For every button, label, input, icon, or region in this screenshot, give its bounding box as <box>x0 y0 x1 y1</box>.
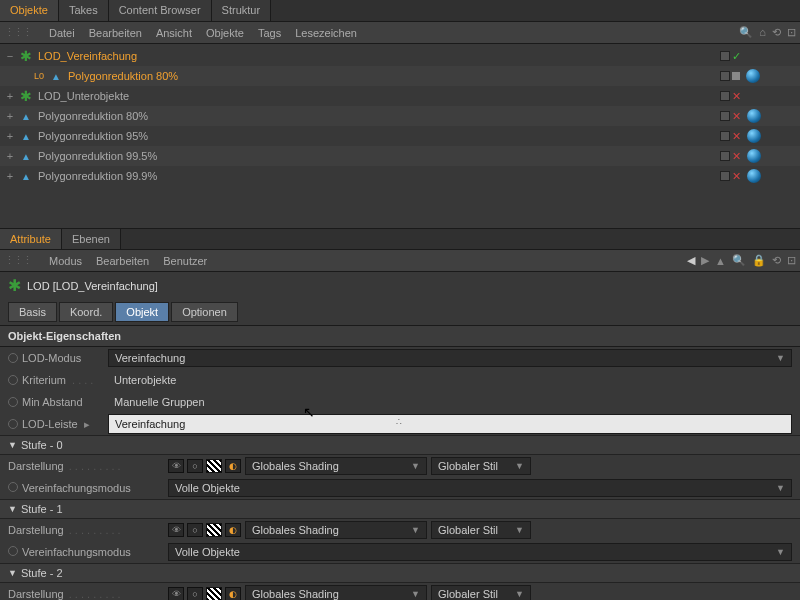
menu-ansicht[interactable]: Ansicht <box>156 27 192 39</box>
tree-row[interactable]: +▲Polygonreduktion 99.9%✕ <box>0 166 800 186</box>
material-tag-icon[interactable] <box>747 109 761 123</box>
object-name[interactable]: Polygonreduktion 80% <box>66 70 720 82</box>
shading-dropdown[interactable]: Globales Shading▼ <box>245 457 427 475</box>
eye-icon[interactable]: 👁 <box>168 459 184 473</box>
stufe-header[interactable]: ▼Stufe - 0 <box>0 435 800 455</box>
radio-icon[interactable] <box>8 353 18 363</box>
tree-row[interactable]: −✱LOD_Vereinfachung✓ <box>0 46 800 66</box>
sub-tab-koord[interactable]: Koord. <box>59 302 113 322</box>
drag-handle-icon[interactable]: ∴ <box>396 417 402 427</box>
menu-tags[interactable]: Tags <box>258 27 281 39</box>
nav-back-icon[interactable]: ◀ <box>687 254 695 267</box>
maximize-icon[interactable]: ⊡ <box>787 254 796 267</box>
grip-icon[interactable]: ⋮⋮⋮ <box>4 26 31 39</box>
top-tab-takes[interactable]: Takes <box>59 0 109 21</box>
visibility-tag-icon[interactable] <box>720 91 730 101</box>
menu-modus[interactable]: Modus <box>49 255 82 267</box>
visibility-tag-icon[interactable] <box>720 111 730 121</box>
sync-icon[interactable]: ⟲ <box>772 26 781 39</box>
vereinfachungsmodus-dropdown[interactable]: Volle Objekte▼ <box>168 543 792 561</box>
tree-row[interactable]: +▲Polygonreduktion 99.5%✕ <box>0 146 800 166</box>
sync-icon[interactable]: ⟲ <box>772 254 781 267</box>
x-icon[interactable]: ✕ <box>732 110 741 123</box>
shading-dropdown[interactable]: Globales Shading▼ <box>245 585 427 600</box>
sub-tab-basis[interactable]: Basis <box>8 302 57 322</box>
visibility-tag-icon[interactable] <box>720 171 730 181</box>
object-name[interactable]: LOD_Vereinfachung <box>36 50 720 62</box>
stufe-header[interactable]: ▼Stufe - 2 <box>0 563 800 583</box>
object-name[interactable]: Polygonreduktion 95% <box>36 130 720 142</box>
object-name[interactable]: Polygonreduktion 80% <box>36 110 720 122</box>
checker-icon[interactable] <box>206 523 222 537</box>
radio-icon[interactable] <box>8 419 18 429</box>
lod-leiste-input[interactable]: Vereinfachung <box>108 414 792 434</box>
menu-objekte[interactable]: Objekte <box>206 27 244 39</box>
circle-icon[interactable]: ○ <box>187 459 203 473</box>
expander-icon[interactable]: + <box>4 170 16 182</box>
stufe-header[interactable]: ▼Stufe - 1 <box>0 499 800 519</box>
nav-up-icon[interactable]: ▲ <box>715 255 726 267</box>
x-icon[interactable]: ✕ <box>732 130 741 143</box>
expander-icon[interactable]: + <box>4 110 16 122</box>
material-tag-icon[interactable] <box>746 69 760 83</box>
panel-tab-attribute[interactable]: Attribute <box>0 229 62 249</box>
expander-icon[interactable]: + <box>4 90 16 102</box>
eye-icon[interactable]: 👁 <box>168 523 184 537</box>
checker-icon[interactable] <box>206 587 222 600</box>
object-name[interactable]: Polygonreduktion 99.9% <box>36 170 720 182</box>
radio-icon[interactable] <box>8 482 18 492</box>
menu-datei[interactable]: Datei <box>49 27 75 39</box>
eye-icon[interactable]: 👁 <box>168 587 184 600</box>
visibility-tag-icon[interactable] <box>720 71 730 81</box>
circle-icon[interactable]: ○ <box>187 523 203 537</box>
shading-dropdown[interactable]: Globales Shading▼ <box>245 521 427 539</box>
vereinfachungsmodus-dropdown[interactable]: Volle Objekte▼ <box>168 479 792 497</box>
visibility-tag-icon[interactable] <box>720 151 730 161</box>
material-tag-icon[interactable] <box>747 149 761 163</box>
lines-icon[interactable]: ◐ <box>225 587 241 600</box>
check-icon[interactable]: ✓ <box>732 50 741 63</box>
x-icon[interactable]: ✕ <box>732 90 741 103</box>
stil-dropdown[interactable]: Globaler Stil▼ <box>431 521 531 539</box>
search-icon[interactable]: 🔍 <box>732 254 746 267</box>
material-tag-icon[interactable] <box>747 169 761 183</box>
stil-dropdown[interactable]: Globaler Stil▼ <box>431 585 531 600</box>
home-icon[interactable]: ⌂ <box>759 26 766 39</box>
x-icon[interactable]: ✕ <box>732 170 741 183</box>
grip-icon[interactable]: ⋮⋮⋮ <box>4 254 31 267</box>
lod-modus-dropdown[interactable]: Vereinfachung▼ <box>108 349 792 367</box>
lines-icon[interactable]: ◐ <box>225 523 241 537</box>
lock-icon[interactable]: 🔒 <box>752 254 766 267</box>
panel-tab-ebenen[interactable]: Ebenen <box>62 229 121 249</box>
material-tag-icon[interactable] <box>747 129 761 143</box>
menu-bearbeiten[interactable]: Bearbeiten <box>96 255 149 267</box>
search-icon[interactable]: 🔍 <box>739 26 753 39</box>
x-icon[interactable]: ✕ <box>732 150 741 163</box>
top-tab-struktur[interactable]: Struktur <box>212 0 272 21</box>
layer-tag-icon[interactable] <box>732 72 740 80</box>
expander-icon[interactable]: − <box>4 50 16 62</box>
menu-bearbeiten[interactable]: Bearbeiten <box>89 27 142 39</box>
menu-lesezeichen[interactable]: Lesezeichen <box>295 27 357 39</box>
top-tab-objekte[interactable]: Objekte <box>0 0 59 21</box>
tree-row[interactable]: +▲Polygonreduktion 80%✕ <box>0 106 800 126</box>
sub-tab-objekt[interactable]: Objekt <box>115 302 169 322</box>
radio-icon[interactable] <box>8 375 18 385</box>
tree-row[interactable]: +✱LOD_Unterobjekte✕ <box>0 86 800 106</box>
object-name[interactable]: Polygonreduktion 99.5% <box>36 150 720 162</box>
visibility-tag-icon[interactable] <box>720 51 730 61</box>
lines-icon[interactable]: ◐ <box>225 459 241 473</box>
expander-icon[interactable]: + <box>4 130 16 142</box>
checker-icon[interactable] <box>206 459 222 473</box>
sub-tab-optionen[interactable]: Optionen <box>171 302 238 322</box>
visibility-tag-icon[interactable] <box>720 131 730 141</box>
radio-icon[interactable] <box>8 397 18 407</box>
tree-row[interactable]: +▲Polygonreduktion 95%✕ <box>0 126 800 146</box>
top-tab-content browser[interactable]: Content Browser <box>109 0 212 21</box>
nav-fwd-icon[interactable]: ▶ <box>701 254 709 267</box>
radio-icon[interactable] <box>8 546 18 556</box>
expander-icon[interactable]: + <box>4 150 16 162</box>
maximize-icon[interactable]: ⊡ <box>787 26 796 39</box>
menu-benutzer[interactable]: Benutzer <box>163 255 207 267</box>
tree-row[interactable]: L0▲Polygonreduktion 80% <box>0 66 800 86</box>
